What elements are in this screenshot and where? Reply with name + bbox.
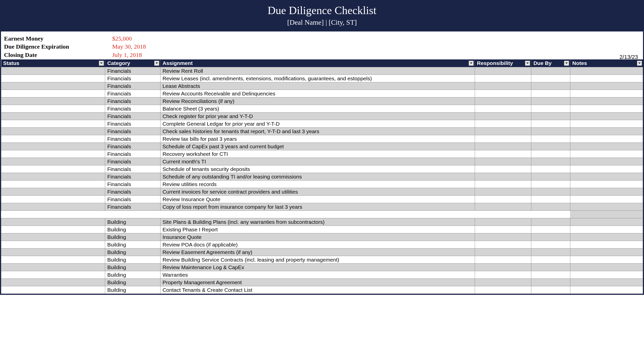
cell-assignment[interactable]: Review Insurance Quote (160, 196, 475, 203)
cell-assignment[interactable]: Balance Sheet (3 years) (160, 105, 475, 113)
cell-dueby[interactable] (531, 188, 570, 196)
cell-dueby[interactable] (531, 128, 570, 135)
cell-assignment[interactable]: Review POA docs (if applicable) (160, 241, 475, 248)
cell-dueby[interactable] (531, 97, 570, 105)
cell-category[interactable]: Financials (105, 173, 160, 181)
cell-status[interactable] (1, 248, 105, 256)
cell-category[interactable]: Financials (105, 143, 160, 150)
cell-assignment[interactable]: Current month's TI (160, 158, 475, 165)
filter-dropdown-icon[interactable] (564, 61, 569, 66)
table-row[interactable]: BuildingExisting Phase I Report (1, 226, 643, 233)
cell-notes[interactable] (570, 181, 643, 188)
cell-responsibility[interactable] (475, 135, 531, 143)
cell-category[interactable]: Building (105, 218, 160, 226)
cell-notes[interactable] (570, 173, 643, 181)
cell-dueby[interactable] (531, 256, 570, 264)
cell-category[interactable]: Building (105, 248, 160, 256)
cell-status[interactable] (1, 173, 105, 181)
cell-responsibility[interactable] (475, 120, 531, 128)
table-row[interactable]: FinancialsReview Reconciliations (if any… (1, 97, 643, 105)
cell-assignment[interactable]: Complete General Ledgar for prior year a… (160, 120, 475, 128)
cell-assignment[interactable]: Review Easement Agreements (if any) (160, 248, 475, 256)
col-header-assignment[interactable]: Assignment (160, 59, 475, 67)
cell-notes[interactable] (570, 271, 643, 279)
cell-category[interactable]: Financials (105, 135, 160, 143)
cell-dueby[interactable] (531, 271, 570, 279)
table-row[interactable]: BuildingReview POA docs (if applicable) (1, 241, 643, 248)
cell-dueby[interactable] (531, 173, 570, 181)
cell-notes[interactable] (570, 150, 643, 158)
cell-status[interactable] (1, 271, 105, 279)
cell-category[interactable]: Financials (105, 82, 160, 90)
table-row[interactable]: FinancialsReview Rent Roll (1, 67, 643, 75)
cell-responsibility[interactable] (475, 67, 531, 75)
table-row[interactable]: FinancialsReview tax bills for past 3 ye… (1, 135, 643, 143)
cell-notes[interactable] (570, 264, 643, 271)
cell-status[interactable] (1, 203, 105, 211)
cell-category[interactable]: Financials (105, 75, 160, 82)
cell-notes[interactable] (570, 128, 643, 135)
cell-responsibility[interactable] (475, 158, 531, 165)
cell-assignment[interactable]: Review Leases (incl. amendments, extensi… (160, 75, 475, 82)
cell-category[interactable]: Financials (105, 113, 160, 120)
table-row[interactable]: FinancialsRecovery worksheet for CTI (1, 150, 643, 158)
table-row[interactable]: BuildingInsurance Quote (1, 233, 643, 241)
cell-assignment[interactable]: Review utilities records (160, 181, 475, 188)
cell-category[interactable]: Financials (105, 105, 160, 113)
filter-dropdown-icon[interactable] (154, 61, 159, 66)
cell-status[interactable] (1, 135, 105, 143)
cell-dueby[interactable] (531, 218, 570, 226)
filter-dropdown-icon[interactable] (637, 61, 642, 66)
cell-dueby[interactable] (531, 67, 570, 75)
cell-dueby[interactable] (531, 248, 570, 256)
cell-notes[interactable] (570, 218, 643, 226)
cell-notes[interactable] (570, 82, 643, 90)
cell-responsibility[interactable] (475, 97, 531, 105)
cell-status[interactable] (1, 286, 105, 294)
cell-status[interactable] (1, 113, 105, 120)
cell-status[interactable] (1, 128, 105, 135)
cell-responsibility[interactable] (475, 271, 531, 279)
cell-dueby[interactable] (531, 264, 570, 271)
cell-notes[interactable] (570, 143, 643, 150)
table-row[interactable]: FinancialsCopy of loss report from insur… (1, 203, 643, 211)
cell-category[interactable]: Building (105, 264, 160, 271)
cell-category[interactable]: Building (105, 233, 160, 241)
cell-dueby[interactable] (531, 143, 570, 150)
filter-dropdown-icon[interactable] (469, 61, 474, 66)
cell-dueby[interactable] (531, 135, 570, 143)
cell-assignment[interactable]: Check sales histories for tenants that r… (160, 128, 475, 135)
cell-notes[interactable] (570, 120, 643, 128)
cell-dueby[interactable] (531, 181, 570, 188)
cell-responsibility[interactable] (475, 226, 531, 233)
cell-notes[interactable] (570, 256, 643, 264)
table-row[interactable]: BuildingReview Easement Agreements (if a… (1, 248, 643, 256)
cell-responsibility[interactable] (475, 75, 531, 82)
cell-dueby[interactable] (531, 233, 570, 241)
cell-dueby[interactable] (531, 113, 570, 120)
cell-category[interactable]: Financials (105, 97, 160, 105)
cell-assignment[interactable]: Warranties (160, 271, 475, 279)
cell-dueby[interactable] (531, 120, 570, 128)
cell-notes[interactable] (570, 135, 643, 143)
cell-dueby[interactable] (531, 158, 570, 165)
cell-category[interactable]: Financials (105, 203, 160, 211)
cell-responsibility[interactable] (475, 196, 531, 203)
cell-status[interactable] (1, 279, 105, 286)
cell-category[interactable]: Financials (105, 165, 160, 173)
cell-status[interactable] (1, 67, 105, 75)
table-row[interactable]: FinancialsCheck register for prior year … (1, 113, 643, 120)
cell-responsibility[interactable] (475, 143, 531, 150)
cell-dueby[interactable] (531, 82, 570, 90)
cell-assignment[interactable]: Schedule of any outstanding TI and/or le… (160, 173, 475, 181)
cell-notes[interactable] (570, 279, 643, 286)
cell-notes[interactable] (570, 67, 643, 75)
cell-notes[interactable] (570, 248, 643, 256)
table-row[interactable]: BuildingReview Maintenance Log & CapEx (1, 264, 643, 271)
table-row[interactable]: BuildingWarranties (1, 271, 643, 279)
table-row[interactable]: FinancialsReview Insurance Quote (1, 196, 643, 203)
cell-dueby[interactable] (531, 165, 570, 173)
cell-responsibility[interactable] (475, 241, 531, 248)
cell-responsibility[interactable] (475, 105, 531, 113)
cell-category[interactable]: Building (105, 279, 160, 286)
